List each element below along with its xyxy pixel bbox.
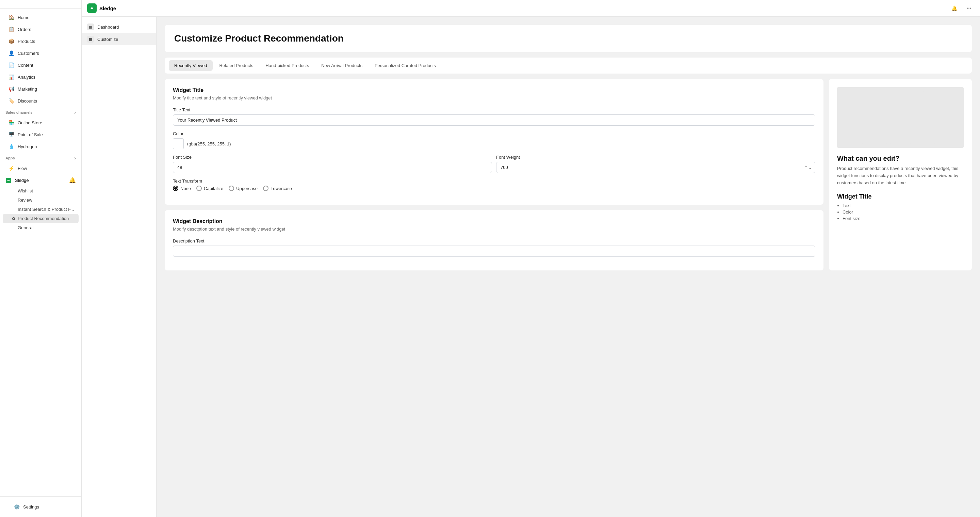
settings-nav-item[interactable]: ⚙️ Settings	[8, 501, 73, 512]
sidebar-label-point-of-sale: Point of Sale	[18, 132, 43, 137]
sec-nav-item-dashboard[interactable]: ▦Dashboard	[82, 21, 156, 33]
tab-recently-viewed[interactable]: Recently Viewed	[169, 60, 213, 71]
text-transform-field-row: Text Transform NoneCapitalizeUppercaseLo…	[173, 179, 815, 191]
app-logo: Sledge	[87, 3, 116, 13]
sidebar-item-orders[interactable]: 📋Orders	[3, 24, 79, 35]
sidebar-label-analytics: Analytics	[18, 75, 35, 80]
mockup-card-9	[913, 130, 935, 144]
sidebar-label-customers: Customers	[18, 51, 39, 56]
logo-icon	[87, 3, 97, 13]
font-weight-label: Font Weight	[496, 155, 815, 160]
sidebar-item-hydrogen[interactable]: 💧Hydrogen	[3, 140, 79, 152]
sledge-icon	[5, 177, 11, 184]
sidebar-item-marketing[interactable]: 📢Marketing	[3, 83, 79, 95]
mockup-card-10	[937, 130, 959, 144]
tab-hand-picked[interactable]: Hand-picked Products	[260, 60, 314, 71]
sledge-label: Sledge	[15, 178, 29, 183]
info-list-item: Font size	[843, 216, 964, 221]
radio-circle-none	[173, 186, 178, 191]
sledge-bell-icon[interactable]: 🔔	[69, 177, 76, 184]
radio-capitalize[interactable]: Capitalize	[196, 186, 223, 191]
widget-desc-subtitle: Modify desctption text and style of rece…	[173, 227, 815, 231]
sidebar-item-analytics[interactable]: 📊Analytics	[3, 71, 79, 83]
topbar-left: Sledge	[87, 3, 116, 13]
info-list-item: Color	[843, 209, 964, 215]
hydrogen-icon: 💧	[8, 144, 14, 150]
customers-icon: 👤	[8, 50, 14, 56]
tab-related-products[interactable]: Related Products	[214, 60, 259, 71]
sec-nav-label-dashboard: Dashboard	[97, 24, 119, 30]
mockup-card-2	[865, 101, 888, 128]
sidebar-item-content[interactable]: 📄Content	[3, 59, 79, 71]
widget-title-info-list: TextColorFont size	[837, 203, 964, 221]
widget-title-subtitle: Modify title text and style of recently …	[173, 95, 815, 101]
radio-circle-capitalize	[196, 186, 202, 191]
sidebar-item-customers[interactable]: 👤Customers	[3, 47, 79, 59]
sidebar-label-discounts: Discounts	[18, 99, 37, 104]
sidebar-label-hydrogen: Hydrogen	[18, 144, 37, 149]
active-indicator	[12, 217, 15, 220]
home-icon: 🏠	[8, 14, 14, 21]
title-text-input[interactable]	[173, 115, 815, 126]
sidebar-item-online-store[interactable]: 🏪Online Store	[3, 117, 79, 128]
main-sidebar: 🏠Home📋Orders📦Products👤Customers📄Content📊…	[0, 0, 82, 517]
mockup-card-6	[841, 130, 863, 144]
widget-title-heading: Widget Title	[173, 87, 815, 93]
products-icon: 📦	[8, 38, 14, 44]
mockup-grid	[841, 101, 959, 144]
discounts-icon: 🏷️	[8, 98, 14, 104]
sledge-sub-item-review[interactable]: Review	[0, 195, 81, 205]
sidebar-item-point-of-sale[interactable]: 🖥️Point of Sale	[3, 129, 79, 140]
sec-nav-label-customize: Customize	[97, 37, 118, 42]
sidebar-item-products[interactable]: 📦Products	[3, 35, 79, 47]
widget-desc-heading: Widget Description	[173, 218, 815, 225]
app-name: Sledge	[99, 5, 116, 11]
dashboard-nav-icon: ▦	[87, 24, 94, 30]
sledge-sub-item-general[interactable]: General	[0, 223, 81, 232]
sledge-section-header: Sledge 🔔	[0, 174, 81, 186]
radio-label-lowercase: Lowercase	[270, 186, 292, 191]
font-size-input[interactable]	[173, 162, 492, 173]
sledge-sub-item-wishlist[interactable]: Wishlist	[0, 186, 81, 195]
sec-nav-item-customize[interactable]: ▦Customize	[82, 33, 156, 45]
tab-personalized[interactable]: Personalized Curated Products	[369, 60, 441, 71]
sidebar-footer: ⚙️ Settings	[0, 496, 81, 517]
flow-icon: ⚡	[8, 165, 14, 171]
desc-text-field-row: Description Text	[173, 238, 815, 257]
orders-icon: 📋	[8, 26, 14, 32]
point-of-sale-icon: 🖥️	[8, 131, 14, 137]
left-col: Widget Title Modify title text and style…	[165, 79, 824, 270]
radio-label-uppercase: Uppercase	[236, 186, 258, 191]
tab-new-arrival[interactable]: New Arrival Products	[316, 60, 368, 71]
font-size-input-wrap	[173, 162, 492, 173]
analytics-icon: 📊	[8, 74, 14, 80]
color-field-row: Color rgba(255, 255, 255, 1)	[173, 131, 815, 149]
color-value: rgba(255, 255, 255, 1)	[187, 141, 231, 147]
page-header: Customize Product Recommendation	[165, 25, 972, 52]
widget-title-card: Widget Title Modify title text and style…	[165, 79, 824, 205]
desc-text-input[interactable]	[173, 246, 815, 257]
main-area: Sledge 🔔 ··· ▦Dashboard▦Customize Custom…	[82, 0, 980, 517]
sidebar-item-discounts[interactable]: 🏷️Discounts	[3, 95, 79, 107]
sledge-sub-item-product-recommendation[interactable]: Product Recommendation	[3, 214, 79, 223]
more-button[interactable]: ···	[964, 3, 975, 14]
page-content: Customize Product Recommendation Recentl…	[156, 17, 980, 517]
bell-button[interactable]: 🔔	[949, 3, 959, 14]
color-row: rgba(255, 255, 255, 1)	[173, 138, 815, 149]
mockup-header-bar	[841, 91, 924, 98]
content-icon: 📄	[8, 62, 14, 68]
radio-none[interactable]: None	[173, 186, 191, 191]
radio-uppercase[interactable]: Uppercase	[229, 186, 258, 191]
dots-icon: ···	[967, 5, 972, 11]
color-swatch[interactable]	[173, 138, 184, 149]
radio-lowercase[interactable]: Lowercase	[263, 186, 292, 191]
online-store-icon: 🏪	[8, 120, 14, 126]
sidebar-item-home[interactable]: 🏠Home	[3, 11, 79, 23]
sidebar-item-flow[interactable]: ⚡Flow	[3, 163, 79, 174]
sidebar-label-flow: Flow	[18, 166, 27, 171]
sledge-sub-item-instant-search[interactable]: Instant Search & Product F...	[0, 205, 81, 214]
font-weight-select[interactable]: 100200300400500600700800900	[496, 162, 815, 173]
content-area: ▦Dashboard▦Customize Customize Product R…	[82, 17, 980, 517]
desc-text-label: Description Text	[173, 238, 815, 244]
sales-channels-section: Sales channels ›	[0, 107, 81, 116]
